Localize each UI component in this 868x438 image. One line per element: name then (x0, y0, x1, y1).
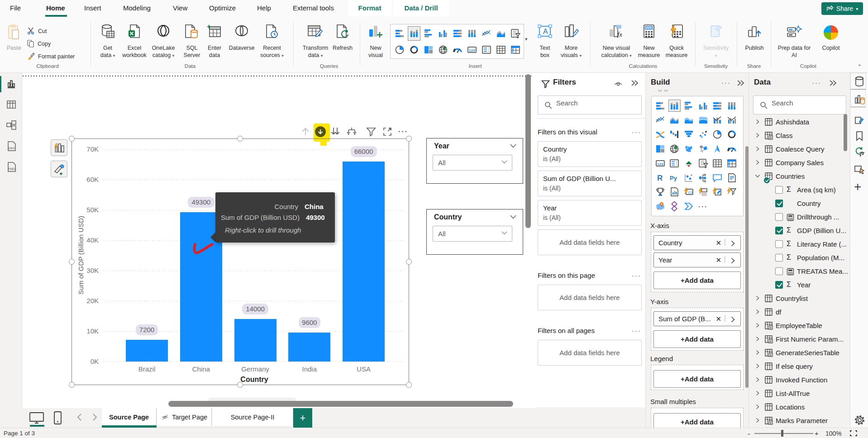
menu-home[interactable]: Home (46, 0, 65, 16)
scatter-chart-icon[interactable] (697, 129, 709, 141)
matrix-icon[interactable] (509, 43, 522, 57)
expand-chevron-icon[interactable] (755, 160, 760, 165)
drill-down-icon[interactable] (315, 126, 326, 138)
resize-handle[interactable] (406, 382, 412, 388)
collapse-chevron-icon[interactable] (755, 173, 760, 179)
build-more-options-icon[interactable]: ··· (721, 79, 731, 86)
filters-section-more-options-icon[interactable]: ··· (632, 271, 641, 279)
metrics-icon[interactable] (654, 186, 666, 198)
matrix-icon[interactable] (726, 157, 738, 169)
tree-item-employeetable[interactable]: EmployeeTable (749, 319, 843, 333)
tree-item-invoked-function[interactable]: Invoked Function (749, 373, 843, 387)
tree-item-year[interactable]: ΣYear (749, 278, 843, 292)
field-options-icon[interactable] (731, 316, 735, 323)
tree-item-population--m---[interactable]: ΣPopulation (M... (749, 251, 843, 265)
field-checkbox[interactable] (775, 240, 783, 248)
field-pill-year[interactable]: Year✕| (653, 252, 741, 267)
resize-handle[interactable] (406, 259, 412, 265)
menu-file[interactable]: File (10, 0, 21, 16)
gallery-expand-chevron-icon[interactable]: ▾ (525, 36, 528, 42)
line-chart-icon[interactable] (480, 26, 493, 41)
tab-source-page[interactable]: Source Page (102, 408, 157, 426)
100-stacked-column-chart-icon[interactable] (466, 26, 478, 41)
line-and-stacked-column-chart-icon[interactable] (711, 114, 724, 126)
expand-chevron-icon[interactable] (755, 418, 760, 423)
field-options-icon[interactable] (731, 240, 735, 247)
pie-chart-icon[interactable] (393, 43, 406, 57)
field-checkbox[interactable] (775, 267, 783, 275)
format-painter-button[interactable]: Format painter (27, 52, 75, 60)
stacked-bar-chart-icon[interactable] (654, 100, 666, 112)
tree-item-countries[interactable]: Countries (749, 170, 843, 183)
azure-map-icon[interactable] (711, 143, 724, 155)
card-icon[interactable]: 123 (654, 157, 666, 169)
tree-item-drillthrough----[interactable]: Drillthrough ... (749, 210, 843, 224)
new-page-button[interactable]: + (293, 408, 312, 428)
map-icon[interactable] (668, 143, 681, 155)
line-chart-icon[interactable] (654, 114, 666, 126)
expand-chevron-icon[interactable] (755, 323, 760, 328)
slicer-country-dropdown[interactable]: All (433, 226, 512, 242)
filters-add-data-placeholder[interactable]: Add data fields here (538, 285, 642, 310)
filters-add-data-placeholder[interactable]: Add data fields here (538, 340, 642, 366)
add-data-button[interactable]: +Add data (653, 370, 741, 388)
resize-handle[interactable] (237, 136, 243, 142)
power-apps-visual-icon[interactable]: 123 (682, 186, 695, 198)
data-search-input[interactable] (772, 99, 839, 107)
data-collapse-icon[interactable] (829, 80, 837, 86)
python-visual-icon[interactable]: Py (668, 171, 681, 184)
menu-view[interactable]: View (173, 0, 187, 16)
stacked-bar-chart-icon[interactable] (393, 26, 406, 41)
table-view-icon[interactable] (6, 99, 17, 110)
excel-workbook-button[interactable]: Excelworkbook (121, 21, 148, 59)
menu-modeling[interactable]: Modeling (123, 0, 151, 16)
menu-external-tools[interactable]: External tools (293, 0, 334, 16)
report-page-icon-selected[interactable] (850, 89, 866, 107)
treemap-icon[interactable] (654, 143, 666, 155)
recent-sources-button[interactable]: Recentsources ▾ (258, 21, 286, 59)
sql-server-button[interactable]: SQLServer (180, 21, 204, 59)
zoom-slider-track[interactable] (754, 433, 813, 434)
go-to-next-level-icon[interactable] (329, 126, 341, 138)
tree-item-marks-parameter[interactable]: Marks Parameter (749, 414, 843, 428)
zoom-out-button[interactable]: - (748, 429, 750, 438)
filter-card-sum-of-gdp--billion-u---[interactable]: Sum of GDP (Billion U...is (All) (538, 171, 642, 196)
quick-measure-button[interactable]: Quickmeasure (663, 21, 691, 59)
decomposition-tree-icon[interactable] (697, 171, 709, 184)
resize-handle[interactable] (69, 382, 75, 388)
transform-data-button[interactable]: Transformdata ▾ (299, 21, 332, 59)
remove-field-icon[interactable]: ✕ (715, 315, 721, 323)
filters-search[interactable] (538, 95, 642, 114)
enter-data-button[interactable]: Enterdata (204, 21, 225, 59)
filters-section-more-options-icon[interactable]: ··· (632, 327, 641, 334)
donut-chart-icon[interactable] (726, 129, 738, 141)
next-page-icon[interactable] (92, 413, 97, 421)
area-chart-icon[interactable] (668, 114, 681, 126)
filters-add-data-placeholder[interactable]: Add data fields here (538, 229, 642, 255)
multi-row-card-icon[interactable] (668, 157, 681, 169)
tree-item-coalesce-query[interactable]: Coalesce Query (749, 143, 843, 156)
fit-to-page-icon[interactable] (849, 430, 858, 437)
field-checkbox[interactable] (775, 281, 783, 289)
multi-row-card-icon[interactable] (480, 43, 493, 57)
focus-mode-icon[interactable] (382, 126, 393, 138)
expand-chevron-icon[interactable] (755, 336, 760, 342)
waterfall-chart-icon[interactable] (668, 129, 681, 141)
filter-card-country[interactable]: Countryis (All) (538, 141, 642, 167)
key-influencers-icon[interactable] (682, 171, 695, 184)
stacked-column-chart-icon[interactable] (668, 100, 681, 112)
qa-visual-icon[interactable] (711, 171, 724, 184)
r-script-visual-icon[interactable]: R (654, 171, 666, 184)
tree-item-countrylist[interactable]: Countrylist (749, 292, 843, 305)
bar-germany[interactable] (234, 319, 277, 362)
data-source-icon[interactable] (854, 76, 864, 87)
expand-chevron-icon[interactable] (755, 295, 760, 301)
funnel-chart-icon[interactable] (682, 129, 695, 141)
canvas-horizontal-scrollbar[interactable] (168, 401, 513, 407)
resize-handle[interactable] (406, 136, 412, 142)
tree-item-gdp--billion-u---[interactable]: ΣGDP (Billion U... (749, 224, 843, 238)
tree-item-ashishdata[interactable]: Ashishdata (749, 115, 843, 129)
onelake-catalog-button[interactable]: OneLakecatalog ▾ (148, 21, 179, 59)
filters-collapse-icon[interactable] (631, 80, 639, 86)
100-stacked-bar-chart-icon[interactable] (711, 100, 724, 112)
